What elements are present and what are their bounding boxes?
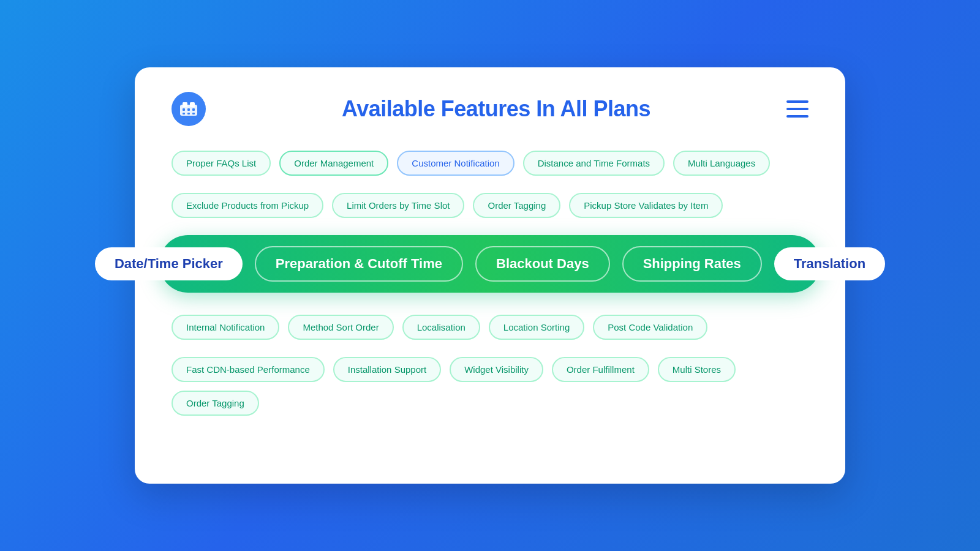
logo <box>172 92 206 126</box>
badge-customer-notification: Customer Notification <box>397 151 514 176</box>
features-row-3: Internal Notification Method Sort Order … <box>172 315 809 340</box>
svg-rect-4 <box>187 108 190 111</box>
badge-pickup-store: Pickup Store Validates by Item <box>569 193 723 218</box>
hamburger-icon[interactable] <box>786 100 809 118</box>
svg-rect-6 <box>183 113 185 114</box>
highlight-preparation-cutoff[interactable]: Preparation & Cutoff Time <box>255 246 463 282</box>
svg-rect-2 <box>190 102 195 107</box>
page-title: Available Features In All Plans <box>206 96 786 122</box>
main-card: Available Features In All Plans Proper F… <box>135 67 845 484</box>
badge-limit-orders: Limit Orders by Time Slot <box>332 193 464 218</box>
badge-distance-time: Distance and Time Formats <box>523 151 665 176</box>
highlight-bar: Date/Time Picker Preparation & Cutoff Ti… <box>159 235 821 293</box>
badge-cdn-performance: Fast CDN-based Performance <box>172 357 325 382</box>
badge-post-code: Post Code Validation <box>593 315 707 340</box>
badge-installation-support: Installation Support <box>333 357 441 382</box>
badge-internal-notification: Internal Notification <box>172 315 279 340</box>
badge-multi-stores: Multi Stores <box>658 357 736 382</box>
badge-localisation: Localisation <box>402 315 480 340</box>
badge-widget-visibility: Widget Visibility <box>450 357 543 382</box>
badge-proper-faqs: Proper FAQs List <box>172 151 271 176</box>
badge-location-sorting: Location Sorting <box>489 315 584 340</box>
badge-method-sort: Method Sort Order <box>288 315 393 340</box>
features-row-1: Proper FAQs List Order Management Custom… <box>172 151 809 176</box>
highlight-translation[interactable]: Translation <box>774 247 885 280</box>
svg-rect-3 <box>183 108 185 111</box>
svg-rect-1 <box>183 102 187 107</box>
features-row-4: Fast CDN-based Performance Installation … <box>172 357 809 416</box>
highlight-blackout-days[interactable]: Blackout Days <box>475 246 610 282</box>
highlight-shipping-rates[interactable]: Shipping Rates <box>622 246 762 282</box>
badge-exclude-products: Exclude Products from Pickup <box>172 193 323 218</box>
features-row-2: Exclude Products from Pickup Limit Order… <box>172 193 809 218</box>
svg-rect-5 <box>192 108 195 111</box>
badge-multi-languages: Multi Languages <box>673 151 770 176</box>
badge-order-management: Order Management <box>279 151 388 176</box>
svg-rect-8 <box>192 113 195 114</box>
highlight-datetime-picker[interactable]: Date/Time Picker <box>95 247 243 280</box>
badge-order-fulfillment: Order Fulfillment <box>552 357 649 382</box>
badge-order-tagging-1: Order Tagging <box>473 193 560 218</box>
svg-rect-7 <box>187 113 190 114</box>
badge-order-tagging-2: Order Tagging <box>172 391 259 416</box>
header: Available Features In All Plans <box>172 92 809 126</box>
